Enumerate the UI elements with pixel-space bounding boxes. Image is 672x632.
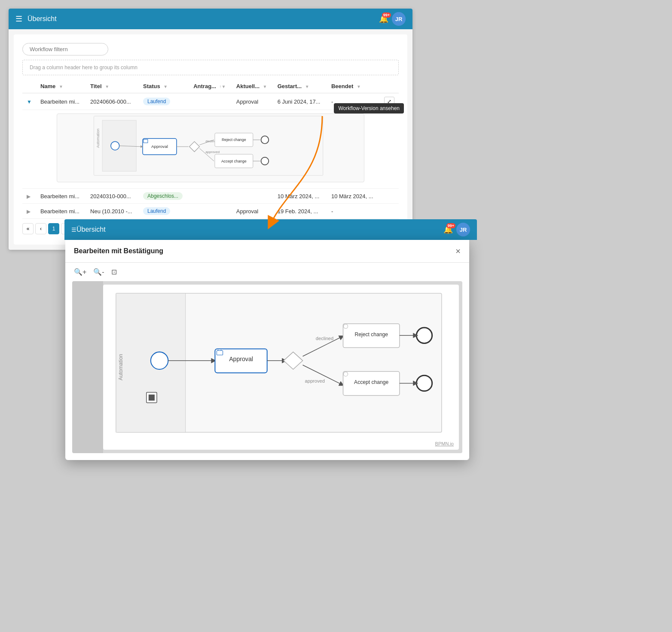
- zoom-fit-button[interactable]: ⊡: [110, 267, 119, 277]
- expanded-preview-row: Automation Approval: [22, 110, 399, 189]
- svg-text:Automation: Automation: [96, 129, 100, 148]
- cell-gestart: 6 Juni 2024, 17...: [273, 93, 327, 110]
- diagram-canvas: Automation Approval: [103, 285, 459, 450]
- mini-diagram-svg: Automation Approval: [57, 114, 364, 182]
- page-1-btn[interactable]: 1: [48, 223, 59, 234]
- svg-text:approved: approved: [305, 378, 325, 383]
- svg-point-46: [344, 372, 348, 376]
- bg-window: ☰ Übersicht 🔔 99+ JR Drag a column heade…: [9, 9, 412, 250]
- main-diagram-svg: Automation Approval: [103, 285, 459, 450]
- svg-text:declined: declined: [316, 336, 333, 341]
- svg-point-42: [416, 328, 432, 343]
- modal-header-title: Übersicht: [76, 226, 443, 233]
- bpmn-io-label: BPMN.io: [435, 441, 454, 446]
- menu-icon[interactable]: ☰: [15, 14, 22, 24]
- notif-badge: 99+: [382, 12, 391, 18]
- bg-title: Übersicht: [27, 15, 379, 23]
- svg-rect-50: [149, 395, 155, 401]
- main-content: Drag a column header here to group its c…: [14, 34, 407, 245]
- col-aktuell[interactable]: Aktuell... ▼: [232, 80, 273, 93]
- svg-text:Accept change: Accept change: [354, 379, 388, 385]
- status-badge: Laufend: [143, 207, 170, 215]
- workflow-table: Name ▼ Titel ▼ Status ▼ Antrag... ↑▼ Akt…: [22, 80, 399, 219]
- svg-text:Approval: Approval: [151, 144, 168, 149]
- page-wrapper: ☰ Übersicht 🔔 99+ JR Drag a column heade…: [0, 0, 672, 632]
- modal-toolbar: 🔍+ 🔍- ⊡: [65, 263, 469, 281]
- col-name[interactable]: Name ▼: [36, 80, 86, 93]
- row-expand-icon[interactable]: ▶: [27, 193, 31, 199]
- modal-diagram-area: Automation Approval: [72, 281, 462, 453]
- modal-header: Bearbeiten mit Bestätigung ×: [65, 240, 469, 263]
- row-collapse-icon[interactable]: ▼: [27, 99, 32, 105]
- modal-notification-button[interactable]: 🔔 99+: [443, 225, 453, 234]
- modal-menu-icon[interactable]: ☰: [71, 227, 76, 233]
- svg-text:Reject change: Reject change: [222, 138, 246, 142]
- modal: Bearbeiten mit Bestätigung × 🔍+ 🔍- ⊡: [65, 240, 469, 460]
- cell-aktuell: Approval: [232, 93, 273, 110]
- svg-point-41: [344, 324, 348, 328]
- svg-point-11: [261, 136, 269, 144]
- svg-text:Approval: Approval: [229, 356, 253, 362]
- avatar: JR: [392, 12, 406, 26]
- svg-point-3: [111, 141, 119, 150]
- zoom-out-button[interactable]: 🔍-: [92, 267, 106, 277]
- filter-input[interactable]: [22, 43, 108, 55]
- svg-text:Reject change: Reject change: [354, 331, 388, 337]
- col-titel[interactable]: Titel ▼: [86, 80, 139, 93]
- svg-text:Automation: Automation: [118, 354, 124, 380]
- status-badge: Laufend: [143, 98, 170, 105]
- svg-point-47: [416, 375, 432, 391]
- modal-avatar: JR: [456, 223, 470, 236]
- cell-name: Bearbeiten mi...: [36, 93, 86, 110]
- col-antrag[interactable]: Antrag... ↑▼: [189, 80, 232, 93]
- col-gestart[interactable]: Gestart... ▼: [273, 80, 327, 93]
- drag-hint: Drag a column header here to group its c…: [22, 60, 399, 75]
- bg-header: ☰ Übersicht 🔔 99+ JR: [9, 9, 412, 29]
- svg-point-26: [151, 352, 168, 369]
- col-beendet[interactable]: Beendet ▼: [327, 80, 380, 93]
- modal-title: Bearbeiten mit Bestätigung: [74, 247, 163, 255]
- table-row: ▶ Bearbeiten mi... Neu (10.2010 -... Lau…: [22, 204, 399, 219]
- table-row: ▶ Bearbeiten mi... 20240310-000... Abges…: [22, 189, 399, 204]
- prev-page-btn[interactable]: ‹: [35, 223, 46, 234]
- svg-rect-6: [144, 139, 148, 143]
- svg-text:Accept change: Accept change: [221, 159, 247, 163]
- svg-text:approved: approved: [205, 150, 220, 154]
- notification-button[interactable]: 🔔 99+: [379, 14, 388, 24]
- col-status[interactable]: Status ▼: [139, 80, 189, 93]
- row-expand-icon[interactable]: ▶: [27, 209, 31, 215]
- zoom-in-button[interactable]: 🔍+: [72, 267, 88, 277]
- modal-close-button[interactable]: ×: [455, 247, 461, 255]
- cell-titel: 20240606-000...: [86, 93, 139, 110]
- diagram-left-panel: [72, 281, 103, 453]
- svg-rect-30: [217, 351, 223, 355]
- tooltip: Workflow-Version ansehen: [334, 103, 404, 114]
- svg-point-15: [261, 157, 269, 165]
- status-badge: Abgeschlos...: [143, 192, 183, 200]
- modal-notif-badge: 99+: [446, 223, 455, 228]
- workflow-preview: Automation Approval: [57, 114, 364, 182]
- first-page-btn[interactable]: «: [22, 223, 34, 234]
- second-header: ☰ Übersicht 🔔 99+ JR: [64, 219, 477, 240]
